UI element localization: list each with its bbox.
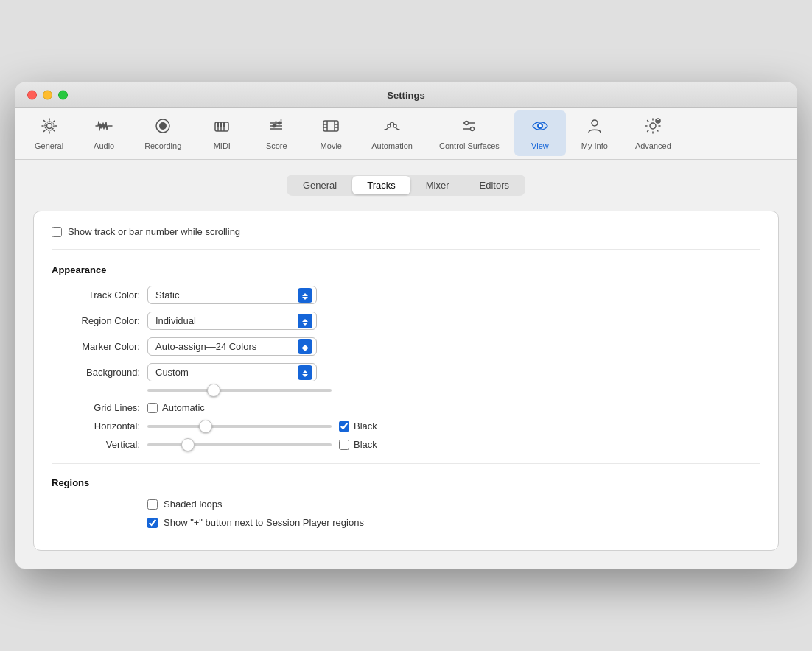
horizontal-color-text: Black: [354, 420, 377, 432]
toolbar-item-advanced[interactable]: Advanced: [623, 110, 683, 156]
toolbar-label-midi: MIDI: [214, 141, 231, 150]
background-label: Background:: [52, 367, 140, 378]
background-slider[interactable]: [147, 389, 332, 392]
regions-heading: Regions: [52, 477, 760, 488]
advanced-icon: [643, 116, 662, 138]
shaded-loops-checkbox[interactable]: [147, 499, 158, 510]
maximize-button[interactable]: [58, 90, 68, 99]
divider: [52, 463, 760, 464]
vertical-color-label: Black: [339, 439, 377, 450]
titlebar: Settings: [15, 82, 797, 108]
toolbar-item-automation[interactable]: Automation: [360, 110, 424, 156]
tab-bar-container: General Tracks Mixer Editors: [33, 175, 779, 196]
record-icon: [153, 116, 172, 138]
grid-lines-row: Grid Lines: Automatic: [52, 402, 760, 413]
toolbar-label-score: Score: [266, 141, 287, 150]
svg-point-29: [464, 122, 468, 125]
svg-rect-10: [223, 122, 225, 127]
show-plus-button-label: Show "+" button next to Session Player r…: [164, 517, 364, 528]
score-icon: [267, 116, 286, 138]
vertical-label: Vertical:: [52, 439, 140, 450]
tab-general[interactable]: General: [288, 176, 351, 194]
svg-point-25: [388, 124, 391, 127]
tab-tracks[interactable]: Tracks: [352, 176, 410, 194]
settings-panel: Show track or bar number while scrolling…: [33, 211, 779, 551]
toolbar-label-advanced: Advanced: [635, 141, 671, 150]
toolbar-item-my-info[interactable]: My Info: [569, 110, 620, 156]
grid-lines-automatic-checkbox[interactable]: [147, 403, 158, 413]
movie-icon: [321, 116, 340, 138]
svg-rect-9: [220, 122, 222, 127]
vertical-controls: Black: [147, 439, 377, 450]
svg-rect-8: [217, 122, 219, 127]
region-color-select-wrapper: Individual Track None: [147, 312, 317, 330]
show-plus-button-row: Show "+" button next to Session Player r…: [52, 517, 760, 528]
region-color-select[interactable]: Individual Track None: [147, 312, 317, 330]
waveform-icon: [94, 116, 113, 138]
tab-mixer[interactable]: Mixer: [411, 176, 464, 194]
toolbar-label-view: View: [531, 141, 549, 150]
toolbar-label-my-info: My Info: [581, 141, 608, 150]
show-track-bar-row: Show track or bar number while scrolling: [52, 226, 760, 250]
svg-point-0: [46, 124, 52, 129]
horizontal-color-checkbox[interactable]: [339, 421, 349, 432]
traffic-lights: [27, 90, 68, 99]
horizontal-controls: Black: [147, 420, 377, 432]
automation-icon: [382, 116, 402, 138]
toolbar-item-recording[interactable]: Recording: [133, 110, 193, 156]
settings-window: Settings General Audio: [15, 82, 797, 569]
svg-rect-18: [323, 121, 338, 131]
window-title: Settings: [27, 90, 785, 101]
marker-color-row: Marker Color: Auto-assign—24 Colors Auto…: [52, 337, 760, 356]
region-color-label: Region Color:: [52, 315, 140, 326]
grid-lines-label: Grid Lines:: [52, 402, 140, 413]
track-color-select[interactable]: Static Dynamic None: [147, 286, 317, 304]
toolbar: General Audio Recording: [15, 108, 797, 160]
svg-point-33: [592, 120, 598, 126]
background-select[interactable]: Custom Default Dark: [147, 363, 317, 381]
toolbar-item-view[interactable]: View: [514, 110, 566, 156]
tab-editors[interactable]: Editors: [465, 176, 524, 194]
svg-point-30: [470, 127, 474, 131]
show-track-bar-checkbox[interactable]: [52, 227, 62, 237]
background-slider-row: [52, 389, 760, 392]
toolbar-item-audio[interactable]: Audio: [78, 110, 130, 156]
toolbar-label-movie: Movie: [321, 141, 342, 150]
toolbar-item-score[interactable]: Score: [251, 110, 302, 156]
vertical-color-checkbox[interactable]: [339, 440, 349, 450]
shaded-loops-label: Shaded loops: [164, 499, 223, 510]
eye-icon: [531, 116, 550, 138]
marker-color-select[interactable]: Auto-assign—24 Colors Auto-assign—8 Colo…: [147, 337, 317, 356]
tab-bar: General Tracks Mixer Editors: [287, 175, 525, 196]
toolbar-label-audio: Audio: [94, 141, 114, 150]
background-row: Background: Custom Default Dark: [52, 363, 760, 381]
toolbar-item-control-surfaces[interactable]: Control Surfaces: [427, 110, 511, 156]
horizontal-label: Horizontal:: [52, 420, 140, 432]
svg-point-3: [159, 122, 167, 130]
track-color-select-wrapper: Static Dynamic None: [147, 286, 317, 304]
horizontal-color-label: Black: [339, 420, 377, 432]
track-color-label: Track Color:: [52, 289, 140, 300]
marker-color-select-wrapper: Auto-assign—24 Colors Auto-assign—8 Colo…: [147, 337, 317, 356]
show-plus-button-checkbox[interactable]: [147, 518, 158, 528]
minimize-button[interactable]: [43, 90, 52, 99]
appearance-heading: Appearance: [52, 264, 760, 275]
toolbar-label-general: General: [35, 141, 63, 150]
svg-point-26: [393, 124, 396, 127]
content-area: General Tracks Mixer Editors Show track …: [15, 160, 797, 569]
midi-icon: [212, 116, 231, 138]
horizontal-slider[interactable]: [147, 425, 332, 428]
vertical-slider[interactable]: [147, 443, 332, 446]
toolbar-item-movie[interactable]: Movie: [305, 110, 357, 156]
marker-color-label: Marker Color:: [52, 341, 140, 352]
svg-point-34: [650, 123, 656, 129]
toolbar-item-general[interactable]: General: [23, 110, 75, 156]
toolbar-label-recording: Recording: [144, 141, 181, 150]
close-button[interactable]: [27, 90, 37, 99]
svg-point-32: [539, 124, 542, 127]
vertical-row: Vertical: Black: [52, 439, 760, 450]
toolbar-item-midi[interactable]: MIDI: [196, 110, 248, 156]
track-color-row: Track Color: Static Dynamic None: [52, 286, 760, 304]
background-select-wrapper: Custom Default Dark: [147, 363, 317, 381]
shaded-loops-row: Shaded loops: [52, 499, 760, 510]
